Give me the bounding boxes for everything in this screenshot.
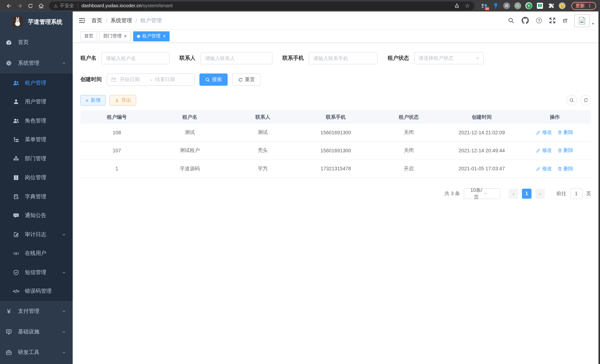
sidebar-item-dept[interactable]: 部门管理 <box>0 149 73 168</box>
goto-page-input[interactable] <box>570 188 582 199</box>
tab-dept[interactable]: 部门管理 × <box>99 31 131 41</box>
browser-home-button[interactable] <box>36 1 46 11</box>
help-icon[interactable]: ? <box>536 18 542 23</box>
mobile-input[interactable] <box>309 52 377 64</box>
sidebar-item-notice[interactable]: 通知公告 <box>0 206 73 225</box>
app-logo <box>12 17 23 27</box>
sidebar-item-user[interactable]: 用户管理 <box>0 92 73 111</box>
add-button-label: 新增 <box>91 97 101 104</box>
sidebar-item-dev-tools[interactable]: 研发工具 <box>0 342 73 363</box>
sidebar-item-dict[interactable]: 字典管理 <box>0 187 73 206</box>
bookmark-star-icon[interactable]: ☆ <box>465 2 470 9</box>
reset-button-label: 重置 <box>245 76 255 83</box>
page-size-select[interactable]: 10条/页 <box>464 188 500 199</box>
extension-kite-icon[interactable] <box>492 2 499 9</box>
prev-page-button[interactable]: ‹ <box>508 189 518 199</box>
extensions-area: 10 ⌘ Y <box>481 2 566 9</box>
tab-home[interactable]: 首页 <box>80 31 97 41</box>
sidebar-item-post[interactable]: 岗位管理 <box>0 168 73 187</box>
table-row[interactable]: 1 芋道源码 芋艿 17321315478 开启 2021-01-05 17:0… <box>80 160 591 178</box>
cell-contact: 测试 <box>226 129 299 136</box>
cell-created: 2021-01-05 17:03:47 <box>445 166 518 172</box>
column-header: 租户名 <box>153 113 226 121</box>
sidebar-logo-row[interactable]: 芋道管理系统 <box>0 11 73 32</box>
edit-link[interactable]: 修改 <box>536 129 552 136</box>
share-icon[interactable] <box>454 3 459 9</box>
browser-reload-button[interactable] <box>25 1 35 11</box>
breadcrumb-home[interactable]: 首页 <box>92 17 102 24</box>
next-page-button[interactable]: › <box>535 189 545 199</box>
window-scrollbar-track[interactable] <box>599 11 600 364</box>
avatar[interactable] <box>575 14 590 27</box>
reset-button[interactable]: 重置 <box>232 74 261 86</box>
edit-link[interactable]: 修改 <box>536 147 552 154</box>
extension-blocks-icon[interactable]: 10 <box>481 2 488 9</box>
delete-link[interactable]: 删除 <box>557 147 573 154</box>
sidebar-item-sms[interactable]: 短信管理 <box>0 263 73 282</box>
sidebar-item-audit-log[interactable]: 审计日志 <box>0 225 73 244</box>
chevron-down-icon <box>483 191 497 196</box>
contact-input[interactable] <box>201 52 272 64</box>
security-label[interactable]: 不安全 <box>60 2 74 9</box>
extension-puzzle-icon[interactable] <box>547 2 554 9</box>
add-button[interactable]: + 新增 <box>80 95 106 106</box>
browser-back-button[interactable] <box>4 1 14 11</box>
breadcrumb-system[interactable]: 系统管理 <box>111 17 132 24</box>
tab-tenant[interactable]: 租户管理 × <box>133 31 169 41</box>
calendar-icon <box>111 77 116 82</box>
page-button-1[interactable]: 1 <box>522 189 532 199</box>
sidebar-item-online-user[interactable]: 在线用户 <box>0 244 73 263</box>
cell-status: 开启 <box>372 165 445 172</box>
sidebar-item-payment[interactable]: ¥ 支付管理 <box>0 301 73 322</box>
url-divider <box>77 3 78 8</box>
edit-link[interactable]: 修改 <box>536 165 552 172</box>
close-icon[interactable]: × <box>124 34 127 39</box>
toggle-search-button[interactable] <box>566 95 577 106</box>
fullscreen-icon[interactable] <box>549 17 556 24</box>
avatar-caret-icon[interactable]: ▾ <box>592 22 594 26</box>
search-button[interactable]: 搜索 <box>199 74 228 86</box>
browser-forward-button[interactable] <box>14 1 25 11</box>
extension-chat-icon[interactable] <box>536 2 544 9</box>
sidebar-item-error-code[interactable]: </> 错误码管理 <box>0 282 73 301</box>
refresh-table-button[interactable] <box>581 95 591 106</box>
sidebar-item-system[interactable]: 系统管理 <box>0 53 73 74</box>
end-date-placeholder[interactable]: 结束日期 <box>155 76 183 83</box>
sidebar-item-label: 支付管理 <box>18 308 39 315</box>
tenant-name-input[interactable] <box>102 52 169 64</box>
github-icon[interactable] <box>522 17 529 24</box>
filter-row-1: 租户名 联系人 联系手机 租户状态 请选择租户状态 <box>80 52 591 64</box>
close-icon[interactable]: × <box>163 34 166 39</box>
delete-link[interactable]: 删除 <box>557 165 573 172</box>
browser-toolbar: ⚠ 不安全 dashboard.yudao.iocoder.cn/system/… <box>0 0 600 11</box>
status-select[interactable]: 请选择租户状态 <box>414 52 484 64</box>
tab-label: 部门管理 <box>103 33 122 39</box>
security-warning-icon: ⚠ <box>54 3 58 9</box>
table-row[interactable]: 107 测试租户 秃头 15601691300 关闭 2021-12-14 20… <box>80 142 591 160</box>
extension-command-icon[interactable]: ⌘ <box>503 2 510 9</box>
sidebar-item-home[interactable]: 首页 <box>0 32 73 53</box>
header-search-icon[interactable] <box>508 17 514 24</box>
address-bar[interactable]: ⚠ 不安全 dashboard.yudao.iocoder.cn/system/… <box>49 1 475 10</box>
font-size-icon[interactable]: tT <box>563 18 567 24</box>
date-range-picker[interactable]: 开始日期 - 结束日期 <box>107 74 195 86</box>
kebab-menu-icon[interactable]: ⋮ <box>587 3 592 9</box>
table-row[interactable]: 108 测试 测试 15601691300 关闭 2021-12-14 21:0… <box>80 123 591 142</box>
sidebar-item-tenant[interactable]: 租户管理 <box>0 74 73 92</box>
filter-mobile: 联系手机 <box>282 52 378 64</box>
sidebar-collapse-icon[interactable] <box>78 17 85 24</box>
start-date-placeholder[interactable]: 开始日期 <box>120 76 148 83</box>
main-area: 首页 / 系统管理 / 租户管理 ? <box>73 11 600 364</box>
extension-emoji-icon[interactable] <box>559 2 565 9</box>
badge-icon <box>13 175 19 181</box>
extension-y-icon[interactable]: Y <box>525 2 532 9</box>
edit-link-label: 修改 <box>542 147 552 154</box>
delete-link[interactable]: 删除 <box>557 129 573 136</box>
export-button[interactable]: 导出 <box>109 95 136 106</box>
extension-dot-icon[interactable] <box>514 2 521 9</box>
sidebar-item-infrastructure[interactable]: 基础设施 <box>0 322 73 342</box>
sidebar-item-label: 岗位管理 <box>25 174 46 181</box>
sidebar-item-role[interactable]: 角色管理 <box>0 111 73 130</box>
browser-update-button[interactable]: 更新 ⋮ <box>571 2 596 10</box>
sidebar-item-menu[interactable]: 菜单管理 <box>0 130 73 149</box>
